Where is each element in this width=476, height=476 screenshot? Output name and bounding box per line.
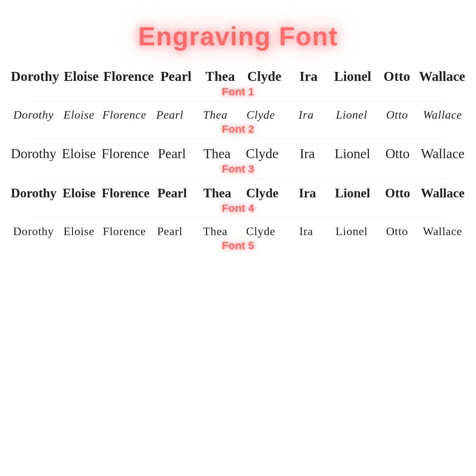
name-item-1-1: Dorothy — [11, 68, 59, 84]
font-row-1: DorothyEloiseFlorencePearlTheaClydeIraLi… — [7, 62, 469, 101]
name-item-2-1: Dorothy — [11, 108, 56, 122]
name-item-2-9: Otto — [374, 108, 420, 122]
name-item-4-6: Clyde — [240, 186, 285, 201]
name-item-5-1: Dorothy — [11, 225, 56, 238]
names-row-4: DorothyEloiseFlorencePearlTheaClydeIraLi… — [7, 186, 469, 201]
name-item-1-4: Pearl — [154, 68, 198, 84]
name-item-4-1: Dorothy — [11, 186, 56, 201]
name-item-5-10: Wallace — [420, 225, 465, 238]
name-item-1-6: Clyde — [242, 68, 287, 84]
name-item-1-7: Ira — [287, 68, 331, 84]
name-item-2-10: Wallace — [420, 108, 465, 122]
name-item-5-9: Otto — [374, 225, 420, 238]
name-item-3-9: Otto — [375, 146, 420, 161]
name-item-4-7: Ira — [285, 186, 330, 201]
name-item-2-5: Thea — [193, 108, 238, 122]
name-item-2-8: Lionel — [329, 108, 374, 122]
name-item-2-4: Pearl — [147, 108, 192, 122]
name-item-3-1: Dorothy — [11, 146, 56, 161]
font-row-4: DorothyEloiseFlorencePearlTheaClydeIraLi… — [7, 179, 469, 218]
name-item-5-5: Thea — [193, 225, 238, 238]
name-item-3-3: Florence — [101, 146, 149, 161]
name-item-5-3: Florence — [102, 225, 147, 238]
names-row-2: DorothyEloiseFlorencePearlTheaClydeIraLi… — [7, 108, 469, 122]
name-item-5-7: Ira — [283, 225, 329, 238]
name-item-2-6: Clyde — [238, 108, 283, 122]
font-row-5: DorothyEloiseFlorencePearlTheaClydeIraLi… — [7, 218, 469, 255]
name-item-3-4: Pearl — [149, 146, 194, 161]
names-row-1: DorothyEloiseFlorencePearlTheaClydeIraLi… — [7, 68, 469, 84]
name-item-4-4: Pearl — [150, 186, 194, 201]
name-item-3-5: Thea — [194, 146, 240, 161]
name-item-3-2: Eloise — [56, 146, 102, 161]
name-item-3-8: Lionel — [330, 146, 375, 161]
name-item-4-2: Eloise — [56, 186, 101, 201]
font-label-5: Font 5 — [222, 239, 254, 252]
name-item-4-5: Thea — [194, 186, 239, 201]
font-label-3: Font 3 — [222, 163, 254, 175]
names-row-5: DorothyEloiseFlorencePearlTheaClydeIraLi… — [7, 225, 469, 238]
name-item-1-3: Florence — [103, 68, 154, 84]
name-item-4-8: Lionel — [330, 186, 375, 201]
name-item-5-8: Lionel — [329, 225, 374, 238]
font-label-1: Font 1 — [222, 86, 254, 98]
name-item-3-6: Clyde — [239, 146, 285, 161]
fonts-container: DorothyEloiseFlorencePearlTheaClydeIraLi… — [0, 62, 476, 255]
name-item-2-7: Ira — [283, 108, 329, 122]
name-item-5-6: Clyde — [238, 225, 283, 238]
name-item-4-9: Otto — [375, 186, 420, 201]
name-item-3-10: Wallace — [420, 146, 465, 161]
name-item-3-7: Ira — [285, 146, 330, 161]
page-title: Engraving Font — [138, 22, 338, 51]
name-item-2-3: Florence — [102, 108, 147, 122]
name-item-1-9: Otto — [375, 68, 419, 84]
font-row-2: DorothyEloiseFlorencePearlTheaClydeIraLi… — [7, 102, 469, 139]
name-item-4-3: Florence — [102, 186, 150, 201]
name-item-1-10: Wallace — [419, 68, 465, 84]
name-item-1-5: Thea — [198, 68, 242, 84]
names-row-3: DorothyEloiseFlorencePearlTheaClydeIraLi… — [7, 146, 469, 161]
name-item-1-2: Eloise — [59, 68, 103, 84]
name-item-5-2: Eloise — [56, 225, 101, 238]
name-item-4-10: Wallace — [420, 186, 465, 201]
name-item-5-4: Pearl — [147, 225, 192, 238]
name-item-1-8: Lionel — [330, 68, 375, 84]
font-row-3: DorothyEloiseFlorencePearlTheaClydeIraLi… — [7, 139, 469, 179]
font-label-4: Font 4 — [222, 202, 254, 214]
name-item-2-2: Eloise — [56, 108, 101, 122]
font-label-2: Font 2 — [222, 123, 254, 135]
